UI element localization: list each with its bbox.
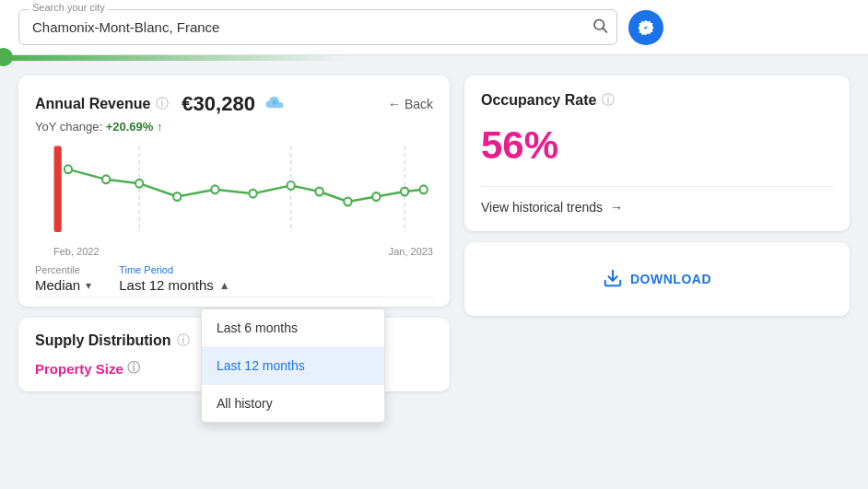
- percentile-arrow: ▾: [86, 279, 91, 292]
- search-input[interactable]: [18, 9, 617, 45]
- occupancy-title: Occupancy Rate: [481, 92, 596, 109]
- verified-badge: [628, 10, 663, 45]
- accent-bar: [0, 55, 868, 61]
- time-period-control: Time Period Last 12 months ▲: [119, 264, 229, 293]
- revenue-card-header: Annual Revenue ⓘ €30,280 ← Back: [35, 92, 433, 116]
- dropdown-option-all[interactable]: All history: [202, 384, 384, 422]
- yoy-label: YoY change:: [35, 120, 102, 134]
- occupancy-title-row: Occupancy Rate ⓘ: [481, 92, 833, 109]
- revenue-title-row: Annual Revenue ⓘ €30,280: [35, 92, 285, 116]
- view-trends-label: View historical trends: [481, 200, 603, 215]
- revenue-card: Annual Revenue ⓘ €30,280 ← Back: [18, 76, 450, 307]
- time-period-arrow: ▲: [219, 279, 230, 292]
- back-label: Back: [405, 97, 433, 111]
- svg-point-12: [287, 181, 295, 190]
- download-button[interactable]: DOWNLOAD: [603, 268, 711, 291]
- supply-info-icon[interactable]: ⓘ: [177, 332, 190, 349]
- percentile-control: Percentile Median ▾: [35, 264, 91, 293]
- search-button[interactable]: [592, 17, 608, 38]
- time-period-label: Time Period: [119, 264, 229, 275]
- svg-rect-2: [54, 146, 62, 233]
- supply-title: Supply Distribution: [35, 332, 171, 349]
- occupancy-rate: 56%: [481, 123, 833, 168]
- time-period-select[interactable]: Last 12 months ▲: [119, 277, 229, 293]
- svg-point-9: [173, 192, 181, 201]
- chart-labels: Feb, 2022 Jan, 2023: [35, 246, 433, 257]
- view-trends-link[interactable]: View historical trends →: [481, 186, 833, 215]
- svg-point-6: [65, 165, 72, 173]
- right-column: Occupancy Rate ⓘ 56% View historical tre…: [464, 76, 850, 391]
- controls-row: Percentile Median ▾ Time Period Last 12 …: [35, 264, 433, 297]
- left-column: Annual Revenue ⓘ €30,280 ← Back: [18, 76, 450, 391]
- time-period-value: Last 12 months: [119, 277, 214, 293]
- download-icon: [603, 268, 623, 291]
- back-button[interactable]: ← Back: [388, 97, 433, 111]
- svg-point-10: [211, 185, 218, 193]
- header: Search your city: [0, 0, 868, 55]
- view-trends-arrow: →: [610, 200, 623, 215]
- yoy-value: +20.69% ↑: [106, 120, 163, 134]
- percentile-select[interactable]: Median ▾: [35, 277, 91, 293]
- revenue-chart: [35, 141, 433, 242]
- revenue-amount: €30,280: [182, 92, 255, 116]
- dropdown-option-last12[interactable]: Last 12 months: [202, 346, 384, 384]
- revenue-title: Annual Revenue: [35, 96, 150, 112]
- main-content: Annual Revenue ⓘ €30,280 ← Back: [0, 61, 868, 406]
- percentile-label: Percentile: [35, 264, 91, 275]
- chart-area: [35, 141, 433, 242]
- property-size-text: Property Size: [35, 361, 123, 377]
- svg-point-15: [372, 192, 380, 201]
- back-arrow: ←: [388, 97, 401, 111]
- svg-point-13: [315, 188, 323, 196]
- property-size-info-icon[interactable]: ⓘ: [127, 360, 140, 377]
- time-period-dropdown: Last 6 months Last 12 months All history: [201, 309, 385, 423]
- download-card: DOWNLOAD: [464, 242, 850, 316]
- svg-point-7: [102, 175, 110, 183]
- svg-line-1: [603, 28, 606, 31]
- chart-end-label: Jan, 2023: [389, 246, 433, 257]
- cloud-icon: [264, 95, 285, 114]
- download-label: DOWNLOAD: [630, 272, 711, 286]
- svg-point-14: [344, 198, 351, 206]
- occupancy-info-icon[interactable]: ⓘ: [602, 92, 615, 109]
- revenue-info-icon[interactable]: ⓘ: [156, 96, 169, 112]
- search-wrapper: Search your city: [18, 9, 617, 45]
- chart-start-label: Feb, 2022: [53, 246, 100, 257]
- percentile-value: Median: [35, 277, 80, 293]
- search-label: Search your city: [29, 2, 108, 13]
- dropdown-option-last6[interactable]: Last 6 months: [202, 309, 384, 346]
- svg-point-17: [420, 185, 428, 193]
- svg-point-8: [135, 180, 143, 188]
- svg-point-16: [401, 188, 408, 196]
- occupancy-card: Occupancy Rate ⓘ 56% View historical tre…: [464, 76, 850, 231]
- yoy-change: YoY change: +20.69% ↑: [35, 120, 433, 134]
- svg-point-11: [249, 190, 256, 198]
